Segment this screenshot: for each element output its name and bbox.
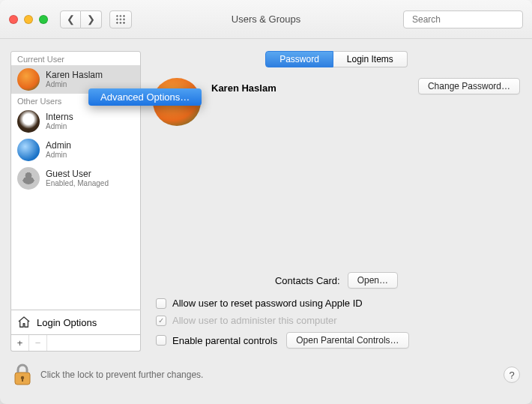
allow-reset-row[interactable]: Allow user to reset password using Apple… — [156, 298, 522, 309]
tab-login-items[interactable]: Login Items — [333, 51, 408, 67]
user-role: Admin — [46, 122, 73, 130]
add-remove-bar: + − — [10, 335, 141, 352]
zoom-icon[interactable] — [39, 15, 48, 24]
avatar — [17, 167, 40, 190]
nav-back-forward: ❮ ❯ — [60, 10, 102, 28]
user-name: Admin — [46, 141, 71, 151]
user-row[interactable]: Admin Admin — [11, 136, 140, 164]
contacts-card-label: Contacts Card: — [275, 275, 340, 286]
avatar — [17, 110, 40, 133]
checkbox-icon[interactable] — [156, 335, 166, 346]
add-user-button[interactable]: + — [11, 335, 29, 351]
user-role: Admin — [46, 151, 71, 159]
footer: Click the lock to prevent further change… — [0, 359, 532, 398]
avatar — [17, 139, 40, 161]
close-icon[interactable] — [9, 15, 18, 24]
search-field[interactable] — [403, 10, 523, 28]
window-controls — [9, 15, 48, 24]
titlebar: ❮ ❯ Users & Groups — [0, 0, 532, 39]
lock-hint: Click the lock to prevent further change… — [40, 370, 203, 380]
allow-admin-row: Allow user to administer this computer — [156, 315, 522, 326]
open-parental-controls-button[interactable]: Open Parental Controls… — [286, 332, 408, 349]
user-role: Enabled, Managed — [46, 179, 109, 187]
allow-reset-label: Allow user to reset password using Apple… — [172, 298, 363, 309]
allow-admin-label: Allow user to administer this computer — [172, 315, 337, 326]
tabs: Password Login Items — [151, 51, 522, 67]
parental-label: Enable parental controls — [172, 335, 277, 346]
checkbox-icon — [156, 316, 166, 326]
lock-icon — [12, 362, 33, 388]
forward-button[interactable]: ❯ — [81, 10, 102, 28]
login-options-label: Login Options — [37, 317, 97, 328]
help-button[interactable]: ? — [504, 367, 520, 383]
user-name: Karen Haslam — [46, 70, 103, 81]
change-password-button[interactable]: Change Password… — [418, 78, 520, 94]
open-contacts-button[interactable]: Open… — [348, 272, 398, 289]
lock-button[interactable] — [12, 362, 33, 388]
user-full-name: Karen Haslam — [211, 82, 408, 94]
user-row[interactable]: Guest User Enabled, Managed — [11, 164, 140, 193]
preferences-window: ❮ ❯ Users & Groups Current User Karen Ha… — [0, 0, 532, 404]
minimize-icon[interactable] — [24, 15, 33, 24]
tab-password[interactable]: Password — [265, 51, 333, 67]
main-panel: Password Login Items Karen Haslam Change… — [151, 51, 522, 352]
avatar — [17, 68, 40, 91]
svg-rect-4 — [22, 379, 23, 382]
checkbox-icon[interactable] — [156, 298, 166, 309]
remove-user-button: − — [29, 335, 47, 351]
user-role: Admin — [46, 80, 103, 88]
user-row[interactable]: Interns Admin — [11, 107, 140, 136]
context-menu-advanced-options[interactable]: Advanced Options… — [88, 88, 202, 106]
window-title: Users & Groups — [232, 13, 300, 25]
login-options-button[interactable]: Login Options — [10, 310, 141, 335]
grid-icon — [115, 14, 126, 25]
current-user-header: Current User — [11, 52, 140, 65]
user-name: Interns — [46, 112, 73, 123]
house-icon — [17, 316, 31, 328]
user-name: Guest User — [46, 169, 109, 180]
search-input[interactable] — [412, 14, 525, 25]
back-button[interactable]: ❮ — [60, 10, 81, 28]
parental-controls-row: Enable parental controls Open Parental C… — [156, 332, 522, 349]
show-all-button[interactable] — [109, 10, 132, 28]
